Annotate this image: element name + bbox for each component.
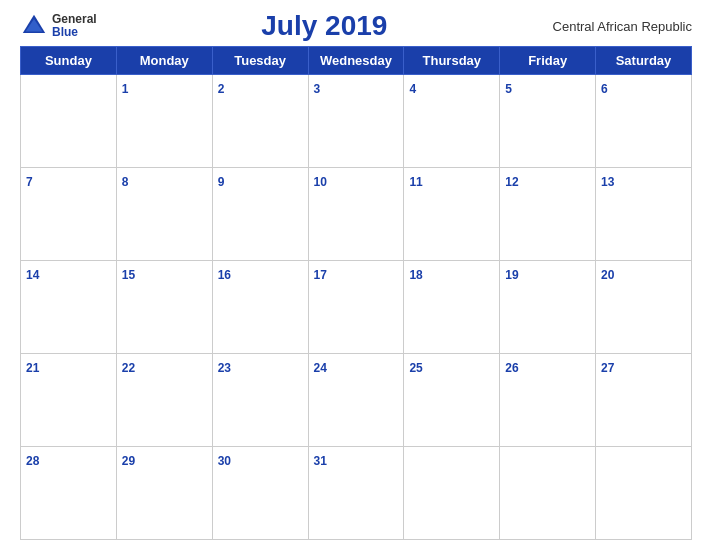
logo-icon — [20, 12, 48, 40]
calendar-day-cell: 9 — [212, 168, 308, 261]
weekday-header: Tuesday — [212, 47, 308, 75]
calendar-day-cell: 7 — [21, 168, 117, 261]
calendar-day-cell: 21 — [21, 354, 117, 447]
day-number: 2 — [218, 82, 225, 96]
calendar-day-cell: 17 — [308, 261, 404, 354]
calendar-day-cell: 28 — [21, 447, 117, 540]
calendar-day-cell: 11 — [404, 168, 500, 261]
day-number: 10 — [314, 175, 327, 189]
calendar-day-cell: 30 — [212, 447, 308, 540]
day-number: 6 — [601, 82, 608, 96]
day-number: 8 — [122, 175, 129, 189]
day-number: 15 — [122, 268, 135, 282]
day-number: 12 — [505, 175, 518, 189]
logo: General Blue — [20, 12, 97, 40]
calendar-table: SundayMondayTuesdayWednesdayThursdayFrid… — [20, 46, 692, 540]
calendar-week-row: 14151617181920 — [21, 261, 692, 354]
day-number: 24 — [314, 361, 327, 375]
calendar-day-cell — [500, 447, 596, 540]
calendar-day-cell: 15 — [116, 261, 212, 354]
day-number: 3 — [314, 82, 321, 96]
day-number: 26 — [505, 361, 518, 375]
calendar-day-cell: 4 — [404, 75, 500, 168]
weekday-header: Sunday — [21, 47, 117, 75]
day-number: 25 — [409, 361, 422, 375]
day-number: 17 — [314, 268, 327, 282]
country-label: Central African Republic — [552, 19, 692, 34]
logo-blue-text: Blue — [52, 26, 97, 39]
calendar-day-cell: 20 — [596, 261, 692, 354]
day-number: 29 — [122, 454, 135, 468]
weekday-header: Thursday — [404, 47, 500, 75]
day-number: 5 — [505, 82, 512, 96]
calendar-day-cell: 26 — [500, 354, 596, 447]
day-number: 22 — [122, 361, 135, 375]
calendar-day-cell: 5 — [500, 75, 596, 168]
calendar-day-cell: 23 — [212, 354, 308, 447]
calendar-day-cell: 8 — [116, 168, 212, 261]
day-number: 28 — [26, 454, 39, 468]
calendar-week-row: 123456 — [21, 75, 692, 168]
calendar-day-cell: 14 — [21, 261, 117, 354]
calendar-day-cell: 1 — [116, 75, 212, 168]
calendar-week-row: 21222324252627 — [21, 354, 692, 447]
day-number: 19 — [505, 268, 518, 282]
calendar-day-cell: 25 — [404, 354, 500, 447]
weekday-header-row: SundayMondayTuesdayWednesdayThursdayFrid… — [21, 47, 692, 75]
calendar-day-cell: 6 — [596, 75, 692, 168]
day-number: 4 — [409, 82, 416, 96]
day-number: 27 — [601, 361, 614, 375]
weekday-header: Wednesday — [308, 47, 404, 75]
day-number: 18 — [409, 268, 422, 282]
calendar-day-cell: 10 — [308, 168, 404, 261]
month-title: July 2019 — [97, 10, 552, 42]
calendar-week-row: 28293031 — [21, 447, 692, 540]
day-number: 11 — [409, 175, 422, 189]
calendar-day-cell: 18 — [404, 261, 500, 354]
weekday-header: Friday — [500, 47, 596, 75]
logo-text: General Blue — [52, 13, 97, 39]
day-number: 21 — [26, 361, 39, 375]
day-number: 7 — [26, 175, 33, 189]
day-number: 30 — [218, 454, 231, 468]
day-number: 13 — [601, 175, 614, 189]
calendar-day-cell: 31 — [308, 447, 404, 540]
calendar-day-cell: 16 — [212, 261, 308, 354]
calendar-day-cell: 13 — [596, 168, 692, 261]
calendar-day-cell: 27 — [596, 354, 692, 447]
day-number: 1 — [122, 82, 129, 96]
day-number: 16 — [218, 268, 231, 282]
day-number: 31 — [314, 454, 327, 468]
calendar-day-cell: 12 — [500, 168, 596, 261]
calendar-day-cell — [21, 75, 117, 168]
calendar-day-cell: 24 — [308, 354, 404, 447]
header: General Blue July 2019 Central African R… — [20, 10, 692, 42]
calendar-week-row: 78910111213 — [21, 168, 692, 261]
weekday-header: Saturday — [596, 47, 692, 75]
day-number: 20 — [601, 268, 614, 282]
day-number: 14 — [26, 268, 39, 282]
calendar-day-cell — [596, 447, 692, 540]
calendar-day-cell — [404, 447, 500, 540]
weekday-header: Monday — [116, 47, 212, 75]
calendar-day-cell: 29 — [116, 447, 212, 540]
calendar-day-cell: 19 — [500, 261, 596, 354]
calendar-day-cell: 3 — [308, 75, 404, 168]
calendar-day-cell: 22 — [116, 354, 212, 447]
day-number: 9 — [218, 175, 225, 189]
calendar-day-cell: 2 — [212, 75, 308, 168]
day-number: 23 — [218, 361, 231, 375]
